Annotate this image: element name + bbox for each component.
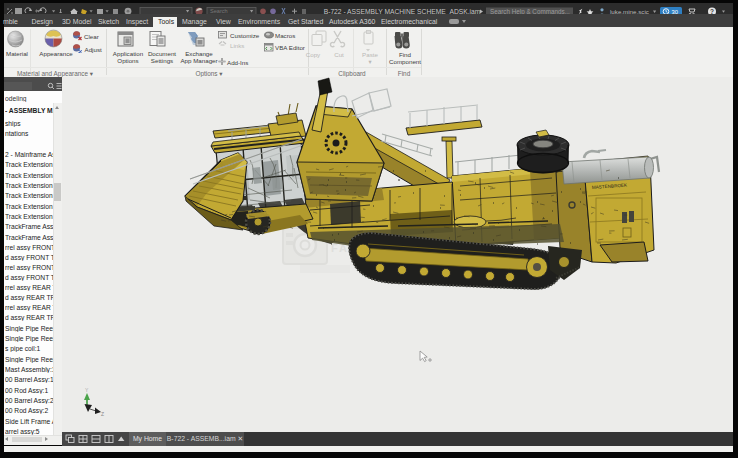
svg-text:Y: Y bbox=[85, 387, 89, 393]
svg-text:Z: Z bbox=[101, 411, 104, 417]
